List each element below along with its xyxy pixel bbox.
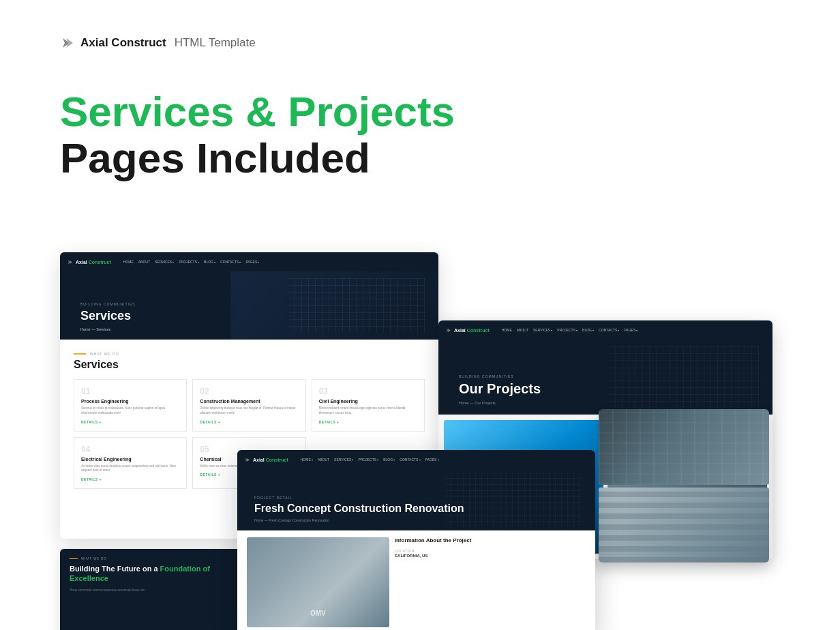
projects-breadcrumb-page: Our Projects [475,401,496,405]
detail-nav: Axial Construct HOME ABOUT SERVICES PROJ… [237,450,595,469]
service-card-1-num: 01 [81,387,179,396]
services-section-eyebrow: WHAT WE DO [90,352,119,356]
detail-nav-projects: PROJECTS [358,457,378,462]
service-card-2: 02 Construction Management Donec adipisc… [192,379,305,432]
detail-breadcrumb-home: Home [254,518,263,522]
screenshot-bottom-right [599,409,769,562]
detail-hero-title: Fresh Concept Construction Renovation [254,502,464,515]
detail-info-location-label: Location [395,549,428,553]
screenshot-bottom-left: WHAT WE DO Building The Future on a Foun… [60,549,241,630]
projects-hero-title: Our Projects [459,381,541,397]
services-hero-title: Services [80,309,136,323]
projects-hero-breadcrumb: Home — Our Projects [459,401,541,405]
screenshot-detail: Axial Construct HOME ABOUT SERVICES PROJ… [237,450,595,630]
building-facade-image [599,409,769,485]
detail-nav-services: SERVICES [334,457,353,462]
projects-nav-projects: PROJECTS [557,328,578,332]
service-card-4: 04 Electrical Engineering Ac tortor vita… [74,437,187,490]
detail-image [247,537,389,627]
service-card-4-link: DETAILS + [81,477,179,481]
detail-img-placeholder [247,537,389,627]
detail-nav-home: HOME [301,457,313,462]
projects-nav-home: HOME [502,328,512,332]
services-nav-links: HOME ABOUT SERVICES PROJECTS BLOG CONTAC… [123,260,260,264]
industrial-image [599,487,769,563]
projects-nav-brand: Axial Construct [454,328,490,333]
services-nav-projects: PROJECTS [179,260,199,264]
projects-nav-services: SERVICES [533,328,552,332]
service-card-2-link: DETAILS + [200,420,298,424]
services-nav-brand: Axial Construct [76,260,111,265]
service-card-3-title: Civil Engineering [319,399,417,404]
bottom-left-title-green: Foundation of Excellence [70,565,210,582]
services-nav-services: SERVICES [155,260,174,264]
service-card-4-text: Ac tortor vitae purus faucibus ornare su… [81,464,179,474]
projects-nav-logo: Axial Construct [445,327,490,333]
projects-hero-eyebrow: BUILDING COMMUNITIES [459,374,541,378]
service-card-2-num: 02 [200,387,298,396]
brand-template-label: HTML Template [175,36,256,50]
services-nav-contacts: CONTACTS [220,260,241,264]
detail-nav-about: ABOUT [318,457,329,462]
services-hero: BUILDING COMMUNITIES Services Home — Ser… [60,271,438,340]
projects-nav-links: HOME ABOUT SERVICES PROJECTS BLOG CONTAC… [502,328,638,332]
bottom-left-title: Building The Future on a Foundation of E… [70,564,231,584]
services-nav-blog: BLOG [204,260,215,264]
detail-nav-blog: BLOG [383,457,395,462]
detail-info-location-row: Location CALIFORNIA, US [395,549,586,558]
bottom-left-eyebrow-line [70,558,78,560]
service-card-3-num: 03 [319,387,417,396]
screenshots-container: Axial Construct HOME ABOUT SERVICES PROJ… [60,252,840,630]
page-title-section: Services & Projects Pages Included [60,89,455,181]
detail-nav-links: HOME ABOUT SERVICES PROJECTS BLOG CONTAC… [301,457,439,462]
projects-nav: Axial Construct HOME ABOUT SERVICES PROJ… [438,320,772,340]
services-hero-breadcrumb: Home — Services [80,327,136,331]
service-card-1-title: Process Engineering [81,399,179,404]
detail-hero: PROJECT DETAIL Fresh Concept Constructio… [237,469,595,530]
services-hero-eyebrow: BUILDING COMMUNITIES [80,302,136,306]
service-card-2-title: Construction Management [200,399,298,404]
detail-hero-eyebrow: PROJECT DETAIL [254,496,464,500]
services-section-title: Services [74,359,425,371]
detail-nav-brand: Axial Construct [253,457,288,462]
detail-info-title: Information About the Project [395,537,586,543]
projects-nav-pages: PAGES [624,328,638,332]
bottom-left-eyebrow-text: WHAT WE DO [81,557,106,560]
detail-nav-contacts: CONTACTS [400,457,420,462]
detail-info-location-value: CALIFORNIA, US [395,554,428,558]
brand-header: Axial Construct HTML Template [60,35,256,50]
projects-nav-blog: BLOG [582,328,594,332]
bottom-left-text: Risus commodo viverra maecenas accumsan … [70,588,231,592]
detail-info-location: Location CALIFORNIA, US [395,549,428,558]
service-card-1-text: Sanctus et netus et malesuada. Nunc pulv… [81,406,179,416]
projects-hero: BUILDING COMMUNITIES Our Projects Home —… [438,340,772,415]
page-title-line2: Pages Included [60,135,455,181]
services-nav: Axial Construct HOME ABOUT SERVICES PROJ… [60,252,438,271]
services-nav-about: ABOUT [138,260,150,264]
service-card-1-link: DETAILS + [81,420,179,424]
detail-hero-breadcrumb: Home — Fresh Concept Construction Renova… [254,518,464,522]
detail-nav-pages: PAGES [425,457,439,462]
services-eyebrow-line [74,353,86,355]
detail-breadcrumb-page: Fresh Concept Construction Renovation [269,518,329,522]
brand-name: Axial Construct [80,36,166,50]
detail-info: Information About the Project Location C… [395,537,586,627]
detail-nav-logo: Axial Construct [244,457,288,463]
service-card-3-text: Morbi tincidunt ornare massa eget egesta… [319,406,417,416]
service-card-3: 03 Civil Engineering Morbi tincidunt orn… [312,379,425,432]
service-card-1: 01 Process Engineering Sanctus et netus … [74,379,187,432]
projects-nav-about: ABOUT [517,328,528,332]
page-title-line1: Services & Projects [60,89,455,135]
service-card-2-text: Donec adipiscing tristique risus nec feu… [200,406,298,416]
services-nav-home: HOME [123,260,134,264]
projects-breadcrumb-home: Home [459,401,469,405]
bottom-left-content: WHAT WE DO Building The Future on a Foun… [60,549,241,630]
services-breadcrumb-home: Home [80,327,91,331]
bottom-right-images [599,409,769,562]
service-card-4-title: Electrical Engineering [81,457,179,462]
bottom-left-eyebrow: WHAT WE DO [70,557,231,560]
services-nav-logo: Axial Construct [67,259,111,265]
brand-logo-icon [60,35,75,50]
service-card-3-link: DETAILS + [319,420,417,424]
services-nav-pages: PAGES [245,260,259,264]
